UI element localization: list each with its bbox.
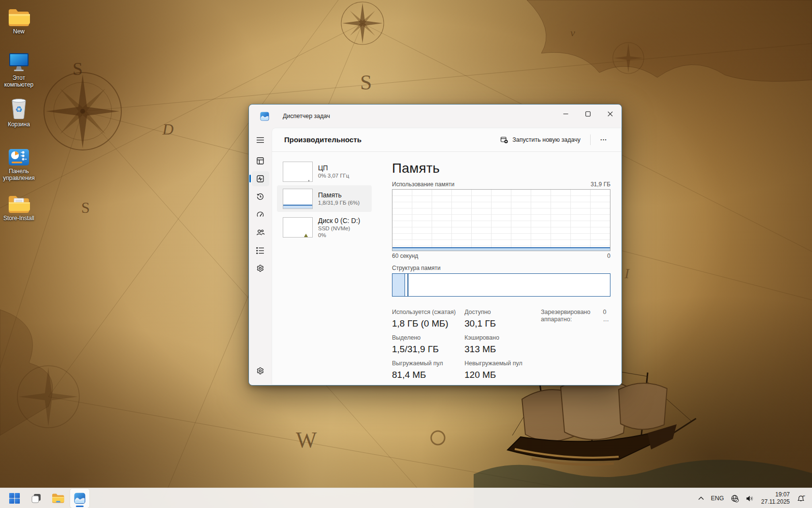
more-options-button[interactable]: ... [595, 134, 612, 146]
perf-item-subtitle: 0% 3,07 ГГц [318, 172, 349, 179]
details-icon[interactable] [252, 243, 269, 258]
tray-chevron-button[interactable] [695, 489, 708, 508]
toolbar-separator [590, 134, 591, 145]
desktop-icon-this-pc[interactable]: Этот компьютер [0, 50, 38, 88]
services-icon[interactable] [252, 261, 269, 276]
svg-text:D: D [162, 120, 174, 138]
close-button[interactable] [599, 105, 621, 122]
desktop-icon-label: Этот компьютер [0, 75, 37, 88]
compass-rose-top-right [613, 43, 644, 74]
task-manager-taskbar-button[interactable] [70, 489, 89, 508]
chart-axis-left: 60 секунд [392, 253, 418, 259]
desktop-icon-recycle-bin[interactable]: ♻ Корзина [0, 97, 38, 128]
windows-logo-icon [9, 493, 20, 504]
task-manager-app-icon [260, 112, 269, 121]
svg-text:S: S [81, 199, 90, 216]
run-new-task-button[interactable]: Запустить новую задачу [495, 133, 585, 147]
volume-button[interactable] [742, 489, 757, 508]
svg-text:S: S [360, 71, 372, 94]
performance-list: ЦП 0% 3,07 ГГц Память 1,8/31,9 ГБ (6%) Д… [272, 152, 372, 385]
memory-stats: Используется (сжатая) 1,8 ГБ (0 МБ) Дост… [392, 309, 610, 380]
globe-no-internet-icon [731, 494, 739, 503]
svg-text:z: z [804, 494, 806, 497]
language-indicator[interactable]: ENG [708, 489, 727, 508]
svg-text:I: I [624, 265, 630, 281]
svg-text:v: v [570, 27, 575, 39]
perf-item-subtitle2: 0% [318, 232, 360, 239]
file-explorer-icon [52, 493, 64, 504]
clock[interactable]: 19:07 27.11.2025 [757, 491, 794, 506]
content-card: Производительность Запустить новую задач… [272, 128, 622, 385]
perf-item-subtitle: SSD (NVMe) [318, 225, 360, 232]
start-button[interactable] [5, 489, 24, 508]
run-new-task-label: Запустить новую задачу [512, 136, 580, 143]
perf-item-title: ЦП [318, 164, 349, 172]
desktop-icon-control-panel[interactable]: Панель управления [0, 144, 38, 181]
stat-non-paged-pool: Невыгружаемый пул 120 МБ [464, 360, 541, 380]
stat-empty-cell [541, 334, 610, 355]
chart-axis-right: 0 [607, 253, 610, 259]
stat-hw-reserved: Зарезервировано аппаратно: 0 … [541, 309, 610, 329]
app-history-icon[interactable] [252, 189, 269, 204]
taskbar: ENG 19:07 27.11.2025 [0, 488, 812, 508]
composition-title: Структура памяти [392, 265, 610, 271]
svg-text:W: W [296, 428, 329, 452]
network-status-button[interactable] [727, 489, 742, 508]
stat-paged-pool: Выгружаемый пул 81,4 МБ [392, 360, 464, 380]
perf-item-title: Диск 0 (C: D:) [318, 217, 360, 225]
desktop-icon-label: Корзина [8, 121, 30, 128]
compass-rose-bottom-left [17, 366, 79, 428]
stat-available: Доступно 30,1 ГБ [464, 309, 541, 329]
stat-committed: Выделено 1,5/31,9 ГБ [392, 334, 464, 355]
recycle-bin-icon: ♻ [10, 97, 28, 119]
chevron-up-icon [698, 496, 704, 500]
page-title: Производительность [284, 135, 362, 144]
notification-center-button[interactable]: z z [794, 489, 809, 508]
stat-in-use: Используется (сжатая) 1,8 ГБ (0 МБ) [392, 309, 464, 329]
map-ring-mark [431, 431, 445, 445]
perf-item-disk0[interactable]: Диск 0 (C: D:) SSD (NVMe) 0% [277, 212, 372, 242]
startup-apps-icon[interactable] [252, 207, 269, 222]
usage-chart-title: Использование памяти [392, 181, 454, 188]
desktop-icon-new-folder[interactable]: New [0, 4, 38, 35]
task-view-button[interactable] [27, 489, 46, 508]
task-view-icon [30, 493, 42, 504]
memory-usage-chart [392, 189, 610, 251]
memory-heading: Память [392, 161, 610, 176]
processes-icon[interactable] [252, 153, 269, 168]
file-explorer-button[interactable] [48, 489, 68, 508]
desktop-icon-label: Панель управления [0, 168, 37, 181]
desktop-icon-label: New [13, 28, 25, 35]
composition-modified-marker [407, 274, 408, 296]
stat-cached: Кэшировано 313 МБ [464, 334, 541, 355]
memory-composition-bar [392, 273, 610, 297]
perf-item-cpu[interactable]: ЦП 0% 3,07 ГГц [277, 158, 372, 185]
folder-icon [8, 4, 30, 26]
minimize-button[interactable] [554, 105, 577, 122]
compass-rose-large [44, 73, 121, 150]
map-landmass-left [0, 310, 53, 435]
time: 19:07 [761, 491, 790, 498]
perf-item-memory[interactable]: Память 1,8/31,9 ГБ (6%) [277, 185, 372, 212]
usage-chart-max-label: 31,9 ГБ [591, 181, 610, 188]
composition-in-use-segment [392, 274, 405, 296]
svg-text:S: S [72, 59, 83, 79]
performance-icon[interactable] [252, 171, 269, 186]
nav-rail [249, 128, 272, 385]
perf-item-subtitle: 1,8/31,9 ГБ (6%) [318, 199, 360, 206]
users-icon[interactable] [252, 225, 269, 240]
cpu-mini-chart [283, 162, 313, 182]
svg-text:♻: ♻ [15, 105, 22, 114]
map-landmass-top-right [527, 0, 812, 81]
memory-detail-panel: Память Использование памяти 31,9 ГБ 60 с… [372, 152, 622, 385]
menu-icon[interactable] [252, 133, 269, 148]
perf-item-title: Память [318, 191, 360, 199]
compass-rose-top [341, 2, 384, 45]
maximize-button[interactable] [577, 105, 599, 122]
window-title: Диспетчер задач [283, 113, 330, 120]
new-task-icon [500, 136, 508, 144]
settings-gear-icon[interactable] [252, 363, 269, 378]
desktop-icon-store-install[interactable]: Store-Install [0, 191, 38, 222]
memory-mini-chart [283, 189, 313, 209]
toolbar: Производительность Запустить новую задач… [272, 128, 622, 152]
